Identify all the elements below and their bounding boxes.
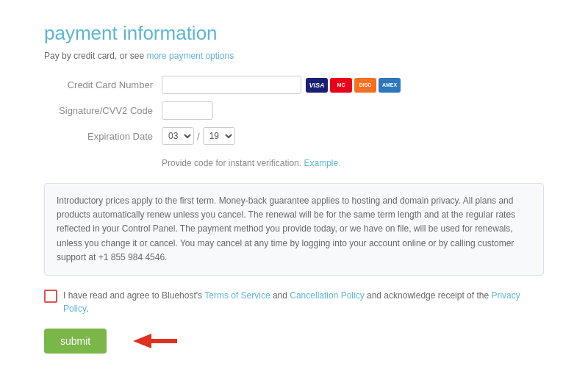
page-title: payment information	[44, 22, 544, 45]
expiration-year-select[interactable]: 17 18 19 20 21 22 23 24 25	[203, 127, 235, 145]
agree-row: I have read and agree to Bluehost's Term…	[44, 289, 544, 315]
agree-text: I have read and agree to Bluehost's Term…	[63, 289, 544, 315]
subtitle: Pay by credit card, or see more payment …	[44, 51, 544, 61]
cc-label: Credit Card Number	[44, 79, 162, 90]
agree-checkbox-wrapper[interactable]	[44, 290, 57, 303]
verification-note: Provide code for instant verification. E…	[162, 158, 544, 168]
expiration-selects: 01 02 03 04 05 06 07 08 09 10 11 12 / 17…	[162, 127, 235, 145]
payment-form: Credit Card Number VISA MC DISC AMEX Sig…	[44, 76, 544, 145]
cc-input[interactable]	[162, 76, 301, 94]
cancellation-policy-link[interactable]: Cancellation Policy	[290, 290, 364, 301]
cc-row: Credit Card Number VISA MC DISC AMEX	[44, 76, 544, 94]
example-link[interactable]: Example.	[304, 158, 340, 168]
tos-link[interactable]: Terms of Service	[204, 290, 270, 301]
visa-icon: VISA	[306, 78, 328, 93]
expiration-row: Expiration Date 01 02 03 04 05 06 07 08 …	[44, 127, 544, 145]
discover-icon: DISC	[354, 78, 376, 93]
red-arrow-icon	[118, 330, 177, 352]
more-payment-options-link[interactable]: more payment options	[146, 51, 234, 61]
expiration-separator: /	[197, 131, 200, 142]
cvv-input[interactable]	[162, 101, 213, 120]
card-icons: VISA MC DISC AMEX	[306, 78, 401, 93]
expiration-month-select[interactable]: 01 02 03 04 05 06 07 08 09 10 11 12	[162, 127, 194, 145]
expiration-label: Expiration Date	[44, 131, 162, 142]
amex-icon: AMEX	[379, 78, 401, 93]
policy-box: Introductory prices apply to the first t…	[44, 183, 544, 276]
cvv-row: Signature/CVV2 Code	[44, 101, 544, 120]
mastercard-icon: MC	[330, 78, 352, 93]
svg-marker-0	[133, 334, 177, 348]
submit-row: submit	[44, 329, 544, 354]
policy-text: Introductory prices apply to the first t…	[57, 194, 531, 265]
cvv-label: Signature/CVV2 Code	[44, 105, 162, 116]
submit-button[interactable]: submit	[44, 329, 107, 354]
